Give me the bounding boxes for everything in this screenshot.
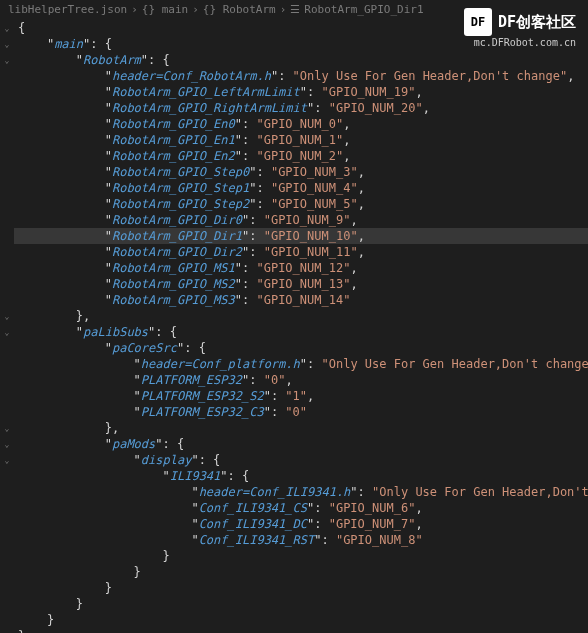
code-line[interactable]: "RobotArm_GPIO_En2": "GPIO_NUM_2",	[14, 148, 588, 164]
code-line[interactable]: }	[14, 628, 588, 633]
code-line-highlighted[interactable]: "RobotArm_GPIO_Dir1": "GPIO_NUM_10",	[14, 228, 588, 244]
fold-icon[interactable]: ⌄	[0, 36, 14, 52]
code-line[interactable]: "RobotArm_GPIO_En0": "GPIO_NUM_0",	[14, 116, 588, 132]
code-line[interactable]: "RobotArm_GPIO_En1": "GPIO_NUM_1",	[14, 132, 588, 148]
fold-icon[interactable]: ⌄	[0, 20, 14, 36]
code-line[interactable]: "paLibSubs": {	[14, 324, 588, 340]
code-line[interactable]: "PLATFORM_ESP32_C3": "0"	[14, 404, 588, 420]
code-line[interactable]: },	[14, 420, 588, 436]
code-line[interactable]: }	[14, 564, 588, 580]
breadcrumb-item[interactable]: {} main	[142, 3, 188, 16]
fold-icon[interactable]: ⌄	[0, 324, 14, 340]
df-logo-icon: DF	[464, 8, 492, 36]
code-line[interactable]: "RobotArm_GPIO_Dir0": "GPIO_NUM_9",	[14, 212, 588, 228]
fold-icon[interactable]: ⌄	[0, 452, 14, 468]
watermark: DF DF创客社区 mc.DFRobot.com.cn	[464, 8, 576, 48]
code-line[interactable]: "RobotArm_GPIO_LeftArmLimit": "GPIO_NUM_…	[14, 84, 588, 100]
breadcrumb-file[interactable]: libHelperTree.json	[8, 3, 127, 16]
code-line[interactable]: "RobotArm_GPIO_MS3": "GPIO_NUM_14"	[14, 292, 588, 308]
code-line[interactable]: }	[14, 612, 588, 628]
code-line[interactable]: "header=Conf_ILI9341.h": "Only Use For G…	[14, 484, 588, 500]
fold-icon[interactable]: ⌄	[0, 52, 14, 68]
code-line[interactable]: "paMods": {	[14, 436, 588, 452]
code-line[interactable]: "Conf_ILI9341_RST": "GPIO_NUM_8"	[14, 532, 588, 548]
watermark-brand: DF创客社区	[498, 13, 576, 32]
breadcrumb-item[interactable]: {} RobotArm	[203, 3, 276, 16]
code-line[interactable]: "Conf_ILI9341_DC": "GPIO_NUM_7",	[14, 516, 588, 532]
code-line[interactable]: "header=Conf_RobotArm.h": "Only Use For …	[14, 68, 588, 84]
code-line[interactable]: "RobotArm_GPIO_RightArmLimit": "GPIO_NUM…	[14, 100, 588, 116]
code-line[interactable]: "RobotArm_GPIO_Dir2": "GPIO_NUM_11",	[14, 244, 588, 260]
watermark-url: mc.DFRobot.com.cn	[464, 37, 576, 48]
code-line[interactable]: "RobotArm_GPIO_MS1": "GPIO_NUM_12",	[14, 260, 588, 276]
code-line[interactable]: "PLATFORM_ESP32": "0",	[14, 372, 588, 388]
code-line[interactable]: },	[14, 308, 588, 324]
code-content[interactable]: { "main": { "RobotArm": { "header=Conf_R…	[14, 18, 588, 633]
code-line[interactable]: "RobotArm_GPIO_Step0": "GPIO_NUM_3",	[14, 164, 588, 180]
fold-gutter: ⌄ ⌄ ⌄ ⌄ ⌄ ⌄ ⌄ ⌄	[0, 18, 14, 633]
fold-icon[interactable]: ⌄	[0, 436, 14, 452]
code-line[interactable]: "RobotArm_GPIO_Step2": "GPIO_NUM_5",	[14, 196, 588, 212]
code-line[interactable]: "RobotArm_GPIO_MS2": "GPIO_NUM_13",	[14, 276, 588, 292]
code-line[interactable]: "RobotArm_GPIO_Step1": "GPIO_NUM_4",	[14, 180, 588, 196]
code-line[interactable]: }	[14, 580, 588, 596]
fold-icon[interactable]: ⌄	[0, 420, 14, 436]
code-line[interactable]: "Conf_ILI9341_CS": "GPIO_NUM_6",	[14, 500, 588, 516]
fold-icon[interactable]: ⌄	[0, 308, 14, 324]
code-line[interactable]: "display": {	[14, 452, 588, 468]
code-line[interactable]: "paCoreSrc": {	[14, 340, 588, 356]
code-line[interactable]: }	[14, 596, 588, 612]
code-line[interactable]: }	[14, 548, 588, 564]
code-line[interactable]: "header=Conf_platform.h": "Only Use For …	[14, 356, 588, 372]
code-editor[interactable]: ⌄ ⌄ ⌄ ⌄ ⌄ ⌄ ⌄ ⌄ { "main": { "RobotArm": …	[0, 18, 588, 633]
code-line[interactable]: "ILI9341": {	[14, 468, 588, 484]
code-line[interactable]: "RobotArm": {	[14, 52, 588, 68]
code-line[interactable]: "PLATFORM_ESP32_S2": "1",	[14, 388, 588, 404]
breadcrumb-item[interactable]: RobotArm_GPIO_Dir1	[304, 3, 423, 16]
